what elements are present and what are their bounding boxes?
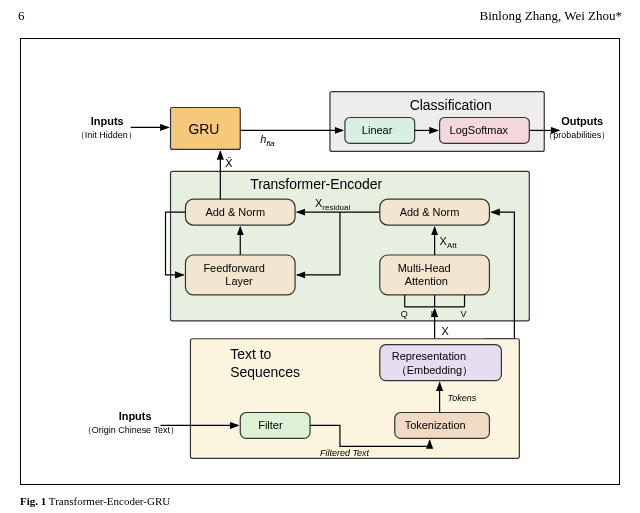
k-label: K [431, 309, 437, 319]
outputs-label: Outputs [561, 115, 603, 127]
filter-label: Filter [258, 419, 283, 431]
repr-label-2: （Embedding） [396, 364, 473, 376]
ff-label-1: Feedforward [203, 262, 265, 274]
q-label: Q [401, 309, 408, 319]
mha-label-2: Attention [405, 275, 448, 287]
t2s-title-1: Text to [230, 346, 271, 362]
tokenization-label: Tokenization [405, 419, 466, 431]
inputs-top-label: Inputs [91, 115, 124, 127]
hfla-label: hfla [260, 133, 275, 148]
t2s-title-2: Sequences [230, 364, 300, 380]
page-number: 6 [18, 8, 25, 24]
addnorm2-label: Add & Norm [400, 206, 460, 218]
repr-label-1: Representation [392, 350, 466, 362]
init-hidden-label: （Init Hidden） [76, 130, 137, 140]
tokens-label: Tokens [448, 393, 477, 403]
origin-label: （Origin Chinese Text） [83, 425, 179, 435]
classification-title: Classification [410, 97, 492, 113]
linear-label: Linear [362, 124, 393, 136]
mha-label-1: Multi-Head [398, 262, 451, 274]
addnorm1-label: Add & Norm [205, 206, 265, 218]
figure-caption: Fig. 1 Transformer-Encoder-GRU [20, 495, 170, 507]
inputs-bottom-label: Inputs [119, 410, 152, 422]
header-authors: Binlong Zhang, Wei Zhou* [480, 8, 622, 24]
gru-label: GRU [188, 121, 219, 137]
probs-label: （probabilities） [544, 130, 610, 140]
filtered-label: Filtered Text [320, 448, 370, 458]
ff-label-2: Layer [225, 275, 253, 287]
transformer-group [171, 171, 530, 321]
figure-frame: Classification Linear LogSoftmax GRU Inp… [20, 38, 620, 485]
x-label: X [442, 325, 450, 337]
logsoftmax-label: LogSoftmax [450, 124, 509, 136]
transformer-title: Transformer-Encoder [250, 176, 382, 192]
xhat-label: X̂ [225, 157, 233, 169]
v-label: V [461, 309, 467, 319]
